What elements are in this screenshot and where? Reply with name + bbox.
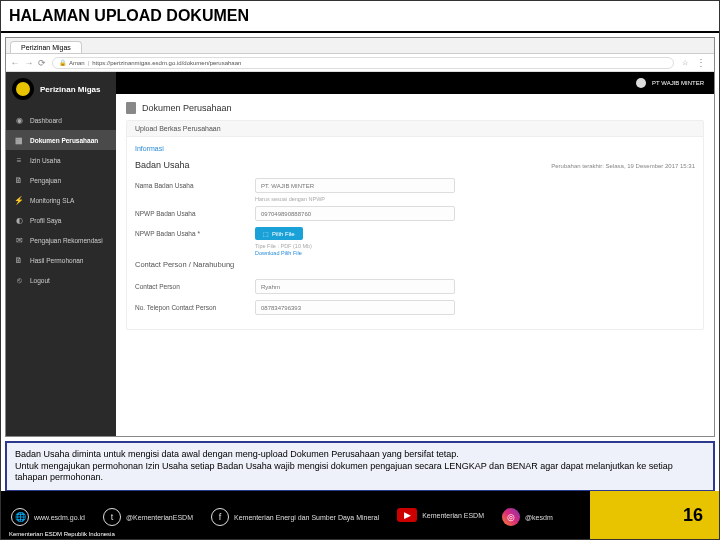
footer-link-label: @kesdm [525, 514, 553, 521]
browser-tab[interactable]: Perizinan Migas [10, 41, 82, 53]
slide-footer: 🌐www.esdm.go.idt@KementerianESDMfKemente… [1, 491, 719, 539]
sidebar-item-5[interactable]: ◐Profil Saya [6, 210, 116, 230]
sidebar-item-6[interactable]: ✉Pengajuan Rekomendasi [6, 230, 116, 250]
label-contact-person: Contact Person [135, 283, 255, 290]
sidebar-item-label: Izin Usaha [30, 157, 61, 164]
browser-address-bar: ← → ⟳ 🔒 Aman | https://perizinanmigas.es… [6, 54, 714, 72]
page-title: Dokumen Perusahaan [142, 103, 232, 113]
footer-link-4[interactable]: ◎@kesdm [502, 508, 553, 526]
brand: Perizinan Migas [6, 72, 116, 106]
nav-icon: ▦ [14, 135, 24, 145]
nav-icon: ◉ [14, 115, 24, 125]
nav-icon: ⚡ [14, 195, 24, 205]
document-icon [126, 102, 136, 114]
choose-file-button[interactable]: ⬚ Pilih File [255, 227, 303, 240]
footer-link-label: Kementerian Energi dan Sumber Daya Miner… [234, 514, 379, 521]
sidebar-item-label: Monitoring SLA [30, 197, 74, 204]
sidebar-item-label: Dokumen Perusahaan [30, 137, 98, 144]
sidebar-item-7[interactable]: 🗎Hasil Permohonan [6, 250, 116, 270]
social-icon: t [103, 508, 121, 526]
sidebar-item-1[interactable]: ▦Dokumen Perusahaan [6, 130, 116, 150]
sidebar: Perizinan Migas ◉Dashboard▦Dokumen Perus… [6, 72, 116, 437]
label-npwp: NPWP Badan Usaha [135, 210, 255, 217]
lock-icon: 🔒 [59, 59, 66, 66]
social-icon: f [211, 508, 229, 526]
sidebar-item-label: Profil Saya [30, 217, 61, 224]
sidebar-item-2[interactable]: ≡Izin Usaha [6, 150, 116, 170]
url-field[interactable]: 🔒 Aman | https://perizinanmigas.esdm.go.… [52, 57, 674, 69]
url-text: https://perizinanmigas.esdm.go.id/dokume… [92, 60, 241, 66]
note-line2: Untuk mengajukan permohonan Izin Usaha s… [15, 461, 705, 484]
label-npwp-file: NPWP Badan Usaha * [135, 230, 255, 237]
instruction-note: Badan Usaha diminta untuk mengisi data a… [5, 441, 715, 492]
secure-label: Aman [69, 60, 85, 66]
download-file-link[interactable]: Download Pilih File [255, 250, 695, 256]
social-icon: ◎ [502, 508, 520, 526]
avatar-icon[interactable] [636, 78, 646, 88]
label-phone: No. Telepon Contact Person [135, 304, 255, 311]
nav-icon: 🗎 [14, 175, 24, 185]
info-link[interactable]: Informasi [135, 145, 164, 152]
browser-tabbar: Perizinan Migas [6, 38, 714, 54]
sidebar-item-3[interactable]: 🗎Pengajuan [6, 170, 116, 190]
hint-file-type: Tipe File : PDF (10 Mb) [255, 243, 695, 249]
brand-logo-icon [12, 78, 34, 100]
sidebar-item-8[interactable]: ⎋Logout [6, 270, 116, 290]
last-update: Perubahan terakhir: Selasa, 19 Desember … [551, 163, 695, 169]
topbar: PT WAJIB MINTER [116, 72, 714, 94]
social-icon: 🌐 [11, 508, 29, 526]
nav-icon: ⎋ [14, 275, 24, 285]
input-contact-person[interactable] [255, 279, 455, 294]
upload-icon: ⬚ [263, 230, 269, 237]
nav-icon: ≡ [14, 155, 24, 165]
slide-title: HALAMAN UPLOAD DOKUMEN [1, 1, 719, 33]
forward-icon[interactable]: → [24, 58, 34, 68]
footer-link-label: Kementerian ESDM [422, 512, 484, 519]
social-icon: ▶ [397, 508, 417, 522]
sidebar-item-4[interactable]: ⚡Monitoring SLA [6, 190, 116, 210]
browser-window: Perizinan Migas ← → ⟳ 🔒 Aman | https://p… [5, 37, 715, 437]
page-number: 16 [683, 505, 703, 526]
sidebar-item-label: Pengajuan Rekomendasi [30, 237, 103, 244]
sidebar-item-label: Logout [30, 277, 50, 284]
reload-icon[interactable]: ⟳ [38, 58, 48, 68]
footer-link-3[interactable]: ▶Kementerian ESDM [397, 508, 484, 522]
subsection-heading: Contact Person / Narahubung [135, 260, 695, 269]
browser-menu-icon[interactable]: ⋮ [692, 57, 710, 68]
nav-icon: ◐ [14, 215, 24, 225]
footer-link-1[interactable]: t@KementerianESDM [103, 508, 193, 526]
card-title: Upload Berkas Perusahaan [135, 125, 221, 132]
footer-link-label: @KementerianESDM [126, 514, 193, 521]
footer-link-label: www.esdm.go.id [34, 514, 85, 521]
note-line1: Badan Usaha diminta untuk mengisi data a… [15, 449, 705, 461]
user-label: PT WAJIB MINTER [652, 80, 704, 86]
upload-card: Upload Berkas Perusahaan Informasi Badan… [126, 120, 704, 330]
hint-nama: Harus sesuai dengan NPWP [255, 196, 695, 202]
back-icon[interactable]: ← [10, 58, 20, 68]
input-nama[interactable] [255, 178, 455, 193]
sidebar-item-label: Hasil Permohonan [30, 257, 83, 264]
input-npwp[interactable] [255, 206, 455, 221]
nav-icon: ✉ [14, 235, 24, 245]
sidebar-item-label: Pengajuan [30, 177, 61, 184]
section-heading: Badan Usaha [135, 160, 190, 170]
brand-text: Perizinan Migas [40, 85, 100, 94]
sidebar-item-0[interactable]: ◉Dashboard [6, 110, 116, 130]
footer-link-0[interactable]: 🌐www.esdm.go.id [11, 508, 85, 526]
bookmark-icon[interactable]: ☆ [682, 59, 688, 67]
label-nama: Nama Badan Usaha [135, 182, 255, 189]
footer-link-2[interactable]: fKementerian Energi dan Sumber Daya Mine… [211, 508, 379, 526]
nav-icon: 🗎 [14, 255, 24, 265]
input-phone[interactable] [255, 300, 455, 315]
ministry-label: Kementerian ESDM Republik Indonesia [9, 531, 115, 537]
sidebar-item-label: Dashboard [30, 117, 62, 124]
